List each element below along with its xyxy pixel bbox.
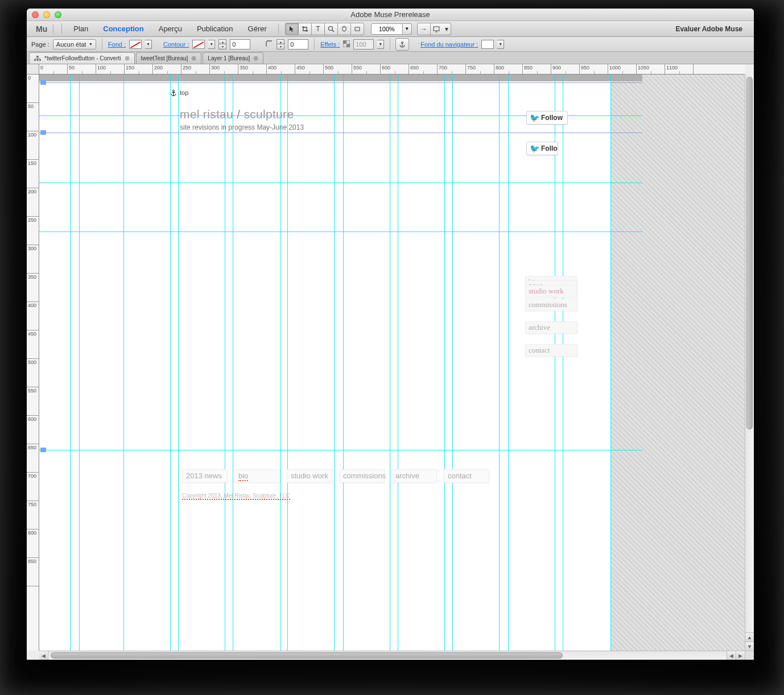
anchor-top[interactable]: top bbox=[170, 89, 188, 96]
link-tool[interactable]: → bbox=[417, 23, 431, 35]
screen-tool[interactable] bbox=[430, 23, 444, 35]
footer-item[interactable]: archive bbox=[391, 469, 437, 483]
browser-fill-dropdown[interactable]: ▼ bbox=[497, 40, 504, 49]
guide-vertical[interactable] bbox=[508, 75, 509, 651]
horizontal-scrollbar[interactable]: ◀ ◀ ▶ bbox=[39, 651, 745, 660]
close-tab-icon[interactable]: ⊗ bbox=[191, 55, 196, 62]
close-tab-icon[interactable]: ⊗ bbox=[253, 55, 258, 62]
menu-publication[interactable]: Publication bbox=[190, 23, 240, 35]
tool-group-selection: T bbox=[286, 23, 364, 35]
footer-item[interactable]: studio work bbox=[287, 469, 332, 483]
rectangle-tool[interactable] bbox=[350, 23, 364, 35]
effects-label[interactable]: Effets : bbox=[320, 41, 340, 48]
guide-vertical[interactable] bbox=[123, 75, 124, 651]
nav-item[interactable]: archive bbox=[525, 321, 577, 334]
ruler-horizontal[interactable]: 0501001502002503003504004505005506006507… bbox=[39, 64, 745, 75]
footer-item[interactable]: 2013 news bbox=[182, 469, 228, 483]
site-subtitle[interactable]: site revisions in progress May-June 2013 bbox=[180, 123, 304, 131]
guide-vertical[interactable] bbox=[610, 75, 611, 651]
menu-gerer[interactable]: Gérer bbox=[241, 23, 274, 35]
stroke-dropdown[interactable]: ▼ bbox=[208, 40, 215, 49]
scrollbar-thumb[interactable] bbox=[51, 652, 563, 659]
footer-guide-handle[interactable] bbox=[40, 448, 46, 452]
guide-vertical[interactable] bbox=[70, 75, 71, 651]
corner-stepper[interactable]: ▴▾ bbox=[277, 39, 284, 49]
site-title[interactable]: mel ristau / sculpture bbox=[180, 107, 294, 121]
doc-tab-2[interactable]: Layer 1 [Bureau] ⊗ bbox=[203, 52, 263, 64]
nav-item[interactable]: studio work bbox=[525, 285, 577, 297]
twitter-follow-button-1[interactable]: 🐦 Follow bbox=[526, 111, 568, 125]
guide-vertical[interactable] bbox=[334, 75, 335, 651]
close-tab-icon[interactable]: ⊗ bbox=[125, 55, 130, 62]
guide-vertical[interactable] bbox=[178, 75, 179, 651]
canvas[interactable]: top mel ristau / sculpture site revision… bbox=[39, 75, 745, 651]
guide-vertical[interactable] bbox=[499, 75, 500, 651]
screen-tool-dropdown[interactable]: ▾ bbox=[443, 23, 451, 35]
nav-item[interactable]: commissions bbox=[525, 299, 577, 311]
stroke-width-field[interactable]: 0 bbox=[230, 39, 250, 49]
header-guide[interactable] bbox=[39, 82, 642, 83]
stroke-stepper[interactable]: ▴▾ bbox=[218, 39, 226, 49]
header-guide-handle[interactable] bbox=[40, 80, 46, 85]
guide-vertical[interactable] bbox=[343, 75, 344, 651]
opacity-dropdown[interactable]: ▼ bbox=[377, 40, 384, 49]
scrollbar-thumb[interactable] bbox=[746, 77, 753, 429]
scroll-left-button[interactable]: ◀ bbox=[39, 651, 48, 660]
footer-item[interactable]: contact bbox=[444, 469, 489, 483]
guide-vertical[interactable] bbox=[452, 75, 453, 651]
scroll-up-button[interactable]: ▲ bbox=[745, 632, 754, 642]
page-state-dropdown[interactable]: Aucun état▼ bbox=[53, 39, 96, 49]
zoom-field[interactable]: 100% bbox=[371, 23, 403, 35]
guide-vertical[interactable] bbox=[280, 75, 281, 651]
guide-vertical[interactable] bbox=[287, 75, 288, 651]
footer-item[interactable]: bio bbox=[234, 469, 280, 483]
footer-item[interactable]: commissions bbox=[339, 469, 385, 483]
fill-label[interactable]: Fond : bbox=[108, 41, 126, 48]
crop-tool[interactable] bbox=[298, 23, 312, 35]
ruler-vertical[interactable]: 0501001502002503003504004505005506006507… bbox=[27, 75, 39, 651]
anchor-tool-button[interactable] bbox=[395, 38, 409, 51]
text-tool[interactable]: T bbox=[311, 23, 325, 35]
guide-vertical[interactable] bbox=[563, 75, 563, 651]
scroll-down-button[interactable]: ▼ bbox=[745, 642, 754, 651]
scroll-right-button[interactable]: ▶ bbox=[736, 651, 745, 660]
doc-tab-1[interactable]: tweetTest [Bureau] ⊗ bbox=[136, 52, 202, 64]
twitter-follow-button-2[interactable]: 🐦 Follo bbox=[526, 142, 558, 155]
ruler-origin[interactable] bbox=[27, 64, 39, 75]
copyright-text[interactable]: Copyright 2013, Mel Ristau Sculpture, LL… bbox=[182, 493, 290, 499]
zoom-dropdown[interactable]: ▼ bbox=[403, 23, 412, 35]
header-guide[interactable] bbox=[39, 133, 642, 133]
scroll-left-button-2[interactable]: ◀ bbox=[727, 651, 736, 660]
doc-tab-0[interactable]: *twitterFollowButton - Converti ⊗ bbox=[29, 52, 135, 64]
browser-fill-swatch[interactable] bbox=[481, 40, 494, 49]
fill-swatch[interactable] bbox=[129, 40, 142, 49]
app-logo[interactable]: Mu bbox=[30, 24, 53, 34]
evaluate-link[interactable]: Evaluer Adobe Muse bbox=[675, 25, 750, 33]
guide-vertical[interactable] bbox=[170, 75, 171, 651]
guide-horizontal[interactable] bbox=[39, 231, 642, 232]
stroke-label[interactable]: Contour : bbox=[163, 41, 189, 48]
hand-tool[interactable] bbox=[337, 23, 351, 35]
header-guide-handle[interactable] bbox=[40, 130, 46, 135]
selection-tool[interactable] bbox=[285, 23, 299, 35]
nav-item[interactable]: contact bbox=[525, 344, 577, 357]
guide-vertical[interactable] bbox=[233, 75, 233, 651]
guide-vertical[interactable] bbox=[225, 75, 225, 651]
opacity-field[interactable]: 100 bbox=[353, 39, 374, 49]
guide-vertical[interactable] bbox=[398, 75, 398, 651]
vertical-scrollbar[interactable]: ▲ ▼ bbox=[745, 75, 754, 651]
menu-conception[interactable]: Conception bbox=[96, 23, 151, 35]
guide-horizontal[interactable] bbox=[39, 183, 642, 183]
zoom-tool[interactable] bbox=[324, 23, 338, 35]
browser-fill-label[interactable]: Fond du navigateur : bbox=[420, 41, 478, 48]
fill-dropdown[interactable]: ▼ bbox=[145, 40, 152, 49]
menu-plan[interactable]: Plan bbox=[67, 23, 95, 35]
guide-vertical[interactable] bbox=[555, 75, 555, 651]
menu-apercu[interactable]: Aperçu bbox=[152, 23, 189, 35]
corner-field[interactable]: 0 bbox=[288, 39, 308, 49]
guide-vertical[interactable] bbox=[444, 75, 445, 651]
guide-horizontal[interactable] bbox=[39, 450, 642, 450]
guide-vertical[interactable] bbox=[390, 75, 390, 651]
guide-vertical[interactable] bbox=[79, 75, 80, 651]
stroke-swatch[interactable] bbox=[192, 40, 205, 49]
